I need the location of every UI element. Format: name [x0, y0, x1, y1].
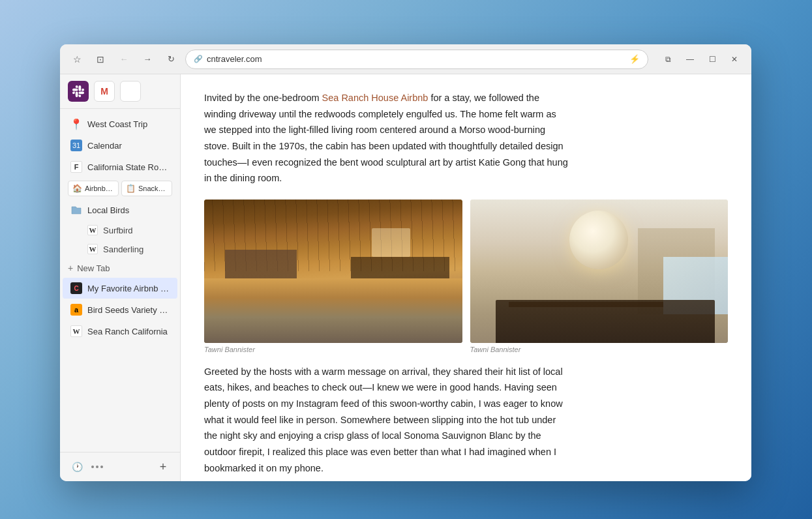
sidebar-item-surfbird[interactable]: W Surfbird [63, 221, 177, 239]
sidebar-toggle-icon[interactable]: ⊡ [91, 50, 110, 68]
airbnb-favicon: C [70, 282, 82, 294]
new-tab-row[interactable]: + New Tab [60, 259, 180, 277]
surfbird-label: Surfbird [103, 226, 133, 235]
west-coast-trip-label: West Coast Trip [87, 119, 147, 129]
sanderling-label: Sanderling [103, 245, 143, 254]
photo-2-caption: Tawni Bannister [470, 346, 729, 353]
favorites-icon[interactable]: ☆ [68, 50, 86, 68]
surfbird-favicon: W [87, 225, 98, 235]
split-view-button[interactable]: ⧉ [659, 50, 677, 68]
sidebar-item-sanderling[interactable]: W Sanderling [63, 240, 177, 258]
calendar-icon: 31 [70, 140, 82, 151]
sidebar-item-local-birds[interactable]: Local Birds [63, 200, 177, 220]
california-label: California State Route 1 [87, 162, 170, 172]
photo-living [470, 200, 729, 343]
photo-row: Tawni Bannister [204, 200, 728, 353]
sea-ranch-link[interactable]: Sea Ranch House Airbnb [322, 93, 429, 103]
snacks-tab[interactable]: 📋 Snacks... [121, 181, 172, 196]
address-bar[interactable]: 🔗 cntraveler.com ⚡ [185, 50, 648, 69]
forward-button[interactable]: → [138, 50, 157, 68]
sidebar-item-calendar[interactable]: 31 Calendar [63, 135, 177, 156]
tracking-icon: ⚡ [629, 54, 640, 64]
sidebar-tabs-row: 🏠 Airbnb I... 📋 Snacks... [60, 178, 180, 199]
amazon-favicon: a [70, 304, 82, 316]
sidebar-item-west-coast-trip[interactable]: 📍 West Coast Trip [63, 113, 177, 134]
calendar-label: Calendar [87, 141, 122, 151]
title-bar: ☆ ⊡ ← → ↻ 🔗 cntraveler.com ⚡ ⧉ — ☐ ✕ [60, 44, 751, 74]
content-area: Invited by the one-bedroom Sea Ranch Hou… [181, 74, 751, 481]
tab-dots [91, 466, 103, 468]
plus-icon: + [68, 263, 73, 273]
sidebar-item-sea-ranch[interactable]: W Sea Ranch California [63, 321, 177, 342]
sidebar-item-my-favorite-airbnb[interactable]: C My Favorite Airbnb in S... [63, 278, 177, 299]
close-button[interactable]: ✕ [725, 50, 744, 68]
sidebar-item-california-state-route[interactable]: F California State Route 1 [63, 156, 177, 177]
maximize-button[interactable]: ☐ [703, 50, 721, 68]
sidebar-apps: M ✦ [60, 74, 180, 109]
sidebar-footer: 🕐 + [60, 452, 180, 481]
article-body-1: Greeted by the hosts with a warm message… [204, 364, 569, 476]
photo-1-container: Tawni Bannister [204, 200, 462, 353]
airbnb-tab[interactable]: 🏠 Airbnb I... [68, 181, 119, 196]
folder-icon [70, 204, 82, 216]
ms-icon[interactable]: ✦ [120, 81, 141, 102]
photo-bedroom [204, 200, 462, 343]
dot-3 [100, 466, 103, 468]
add-tab-button[interactable]: + [154, 458, 172, 476]
article-intro: Invited by the one-bedroom Sea Ranch Hou… [204, 90, 569, 186]
refresh-button[interactable]: ↻ [162, 50, 180, 68]
history-button[interactable]: 🕐 [68, 458, 86, 476]
main-area: M ✦ 📍 West Coast Trip 31 Calendar F [60, 74, 751, 481]
dot-1 [91, 466, 94, 468]
snacks-tab-label: Snacks... [138, 185, 168, 192]
favicon-f-icon: F [70, 161, 82, 173]
sanderling-favicon: W [87, 244, 98, 254]
back-button[interactable]: ← [115, 50, 133, 68]
lock-icon: 🔗 [194, 55, 203, 63]
dot-2 [96, 466, 98, 468]
sidebar-items-list: 📍 West Coast Trip 31 Calendar F Californ… [60, 109, 180, 452]
sidebar-item-bird-seeds[interactable]: a Bird Seeds Variety Pack [63, 299, 177, 320]
gmail-icon[interactable]: M [94, 81, 115, 102]
map-pin-icon: 📍 [70, 118, 82, 130]
sidebar: M ✦ 📍 West Coast Trip 31 Calendar F [60, 74, 181, 481]
window-controls: ⧉ — ☐ ✕ [659, 50, 744, 68]
browser-window: ☆ ⊡ ← → ↻ 🔗 cntraveler.com ⚡ ⧉ — ☐ ✕ [60, 44, 751, 481]
new-tab-label: New Tab [77, 263, 110, 273]
local-birds-label: Local Birds [87, 205, 129, 215]
photo-2-container: Tawni Bannister [470, 200, 729, 353]
slack-icon[interactable] [68, 81, 89, 102]
minimize-button[interactable]: — [681, 50, 699, 68]
photo-1-caption: Tawni Bannister [204, 346, 462, 353]
airbnb-tab-label: Airbnb I... [85, 185, 114, 192]
url-text: cntraveler.com [207, 54, 625, 64]
sea-ranch-favicon: W [70, 325, 82, 337]
sea-ranch-label: Sea Ranch California [87, 327, 168, 336]
bird-seeds-label: Bird Seeds Variety Pack [87, 305, 170, 315]
my-favorite-airbnb-label: My Favorite Airbnb in S... [87, 284, 170, 293]
